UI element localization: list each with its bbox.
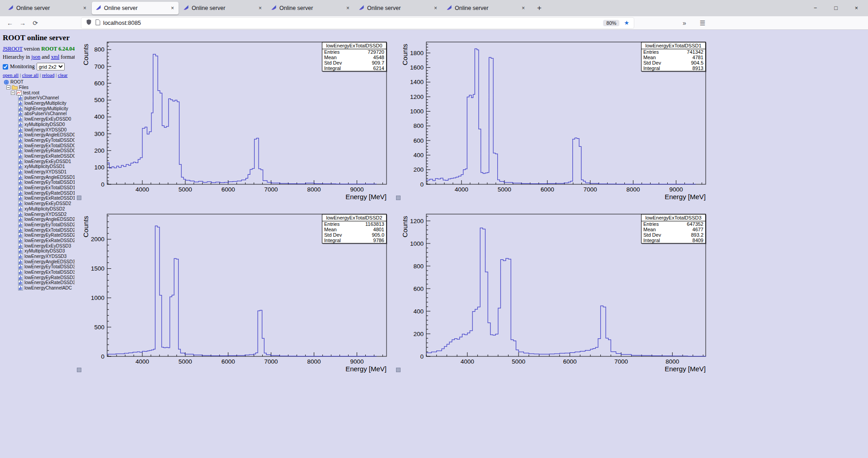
jsroot-link[interactable]: JSROOT: [3, 46, 23, 52]
tree-item[interactable]: highEnergyMultiplicity: [3, 106, 75, 111]
tab-close-icon[interactable]: ×: [170, 5, 175, 11]
tree-item-root[interactable]: ROOT: [3, 79, 75, 85]
tree-label: lowEnergyEyRateDSSD2: [24, 233, 75, 238]
overflow-chevrons-icon[interactable]: »: [678, 19, 691, 27]
tree-item[interactable]: lowEnergyAngleEDSSD0: [3, 132, 75, 138]
monitoring-checkbox[interactable]: [3, 64, 8, 70]
back-icon[interactable]: ←: [4, 19, 16, 27]
stats-box[interactable]: lowEnergyExTotalDSSD0 Entries729720Mean4…: [322, 42, 387, 71]
tab-favicon-icon: [95, 5, 101, 12]
tree-item[interactable]: lowEnergyExTotalDSSD0: [3, 143, 75, 148]
svg-text:800: 800: [94, 46, 104, 53]
tree-item[interactable]: pulserVsChannel: [3, 95, 75, 101]
maximize-icon[interactable]: □: [834, 5, 838, 11]
tree-item[interactable]: lowEnergyEyTotalDSSD2: [3, 222, 75, 228]
url-bar[interactable]: localhost:8085 80% ★: [81, 18, 634, 28]
pad-lowEnergyExTotalDSSD0[interactable]: 4000500060007000800090000100200300400500…: [75, 30, 394, 202]
tab-close-icon[interactable]: ×: [433, 5, 438, 11]
pad-corner-button[interactable]: [396, 196, 401, 200]
browser-tab[interactable]: Online server ×: [443, 2, 529, 14]
browser-tab[interactable]: Online server ×: [179, 2, 266, 14]
tree-item[interactable]: lowEnergyEyTotalDSSD0: [3, 138, 75, 143]
tree-item[interactable]: lowEnergyXYDSSD0: [3, 127, 75, 132]
tree-item[interactable]: lowEnergyMultiplicity: [3, 101, 75, 106]
tree-item[interactable]: xyMultiplicityDSSD1: [3, 164, 75, 169]
tree-item[interactable]: lowEnergyEyRateDSSD1: [3, 190, 75, 196]
bookmark-star-icon[interactable]: ★: [624, 19, 629, 26]
folder-icon: [12, 85, 18, 90]
tree-item[interactable]: xyMultiplicityDSSD0: [3, 122, 75, 127]
page-info-icon[interactable]: [95, 19, 100, 27]
tree-label: lowEnergyEyTotalDSSD3: [24, 264, 75, 269]
tree-item[interactable]: lowEnergyChannelADC: [3, 285, 75, 291]
forward-icon[interactable]: →: [16, 19, 29, 27]
tree-item[interactable]: lowEnergyEyTotalDSSD3: [3, 264, 75, 270]
stats-box[interactable]: lowEnergyExTotalDSSD1 Entries741342Mean4…: [641, 42, 706, 71]
browser-tab[interactable]: Online server ×: [355, 2, 442, 14]
histogram-icon: [18, 191, 23, 196]
stats-box[interactable]: lowEnergyExTotalDSSD3 Entries647352Mean4…: [641, 214, 706, 243]
zoom-level-badge[interactable]: 80%: [603, 20, 619, 26]
tree-item[interactable]: lowEnergyEyRateDSSD0: [3, 148, 75, 154]
hamburger-menu-icon[interactable]: ☰: [696, 19, 709, 27]
tab-close-icon[interactable]: ×: [82, 5, 87, 11]
tree-item[interactable]: lowEnergyExRateDSSD1: [3, 196, 75, 201]
tree-item-file[interactable]: test.root: [3, 90, 75, 95]
tree-item[interactable]: lowEnergyEyRateDSSD2: [3, 233, 75, 238]
tree-item[interactable]: lowEnergyExEyDSSD0: [3, 117, 75, 122]
pad-corner-button[interactable]: [77, 368, 81, 372]
browser-tab[interactable]: Online server ×: [267, 2, 354, 14]
action-reload[interactable]: reload: [42, 72, 54, 78]
new-tab-button[interactable]: +: [533, 2, 545, 14]
tree-item[interactable]: lowEnergyExEyDSSD2: [3, 201, 75, 206]
tree-item[interactable]: lowEnergyExEyDSSD1: [3, 159, 75, 164]
layout-select[interactable]: grid 2x2: [37, 63, 65, 70]
pad-lowEnergyExTotalDSSD1[interactable]: 4000500060007000800090000200400600800100…: [394, 30, 713, 202]
tree-item[interactable]: lowEnergyExTotalDSSD3: [3, 270, 75, 275]
action-open-all[interactable]: open all: [3, 72, 19, 78]
tree-item[interactable]: lowEnergyAngleEDSSD1: [3, 174, 75, 180]
pad-corner-button[interactable]: [396, 368, 401, 372]
pad-lowEnergyExTotalDSSD2[interactable]: 4000500060007000800090000500100015002000…: [75, 202, 394, 374]
tree-item[interactable]: lowEnergyAngleEDSSD2: [3, 217, 75, 222]
svg-text:200: 200: [413, 331, 424, 337]
close-window-icon[interactable]: ×: [855, 5, 858, 11]
tree-item[interactable]: lowEnergyExTotalDSSD2: [3, 227, 75, 233]
stats-box[interactable]: lowEnergyExTotalDSSD2 Entries1163813Mean…: [322, 214, 387, 243]
minimize-icon[interactable]: −: [814, 5, 817, 11]
tree-item[interactable]: absPulserVsChannel: [3, 111, 75, 117]
tree-item[interactable]: xyMultiplicityDSSD3: [3, 248, 75, 254]
tree-item[interactable]: xyMultiplicityDSSD2: [3, 206, 75, 212]
pad-lowEnergyExTotalDSSD3[interactable]: 4000500060007000800002004006008001000120…: [394, 202, 713, 374]
stat-value: 904.5: [691, 60, 703, 65]
tree-item[interactable]: lowEnergyXYDSSD3: [3, 254, 75, 259]
tree-item[interactable]: lowEnergyXYDSSD1: [3, 169, 75, 175]
tree-item[interactable]: lowEnergyExRateDSSD3: [3, 280, 75, 285]
browser-tab[interactable]: Online server ×: [4, 2, 91, 14]
tree-item[interactable]: lowEnergyXYDSSD2: [3, 211, 75, 217]
tree-item-files[interactable]: Files: [3, 85, 75, 90]
reload-icon[interactable]: ⟳: [29, 19, 42, 27]
tree-item[interactable]: lowEnergyEyTotalDSSD1: [3, 180, 75, 185]
json-link[interactable]: json: [31, 54, 40, 60]
tab-close-icon[interactable]: ×: [345, 5, 350, 11]
browser-tab[interactable]: Online server ×: [92, 2, 179, 14]
shield-icon[interactable]: [86, 19, 92, 27]
tree-label: lowEnergyExRateDSSD2: [24, 238, 75, 243]
tree-item[interactable]: lowEnergyEyRateDSSD3: [3, 275, 75, 280]
tree-item[interactable]: lowEnergyExRateDSSD0: [3, 154, 75, 159]
tab-close-icon[interactable]: ×: [521, 5, 526, 11]
action-close-all[interactable]: close all: [22, 72, 38, 78]
tree-item[interactable]: lowEnergyExTotalDSSD1: [3, 185, 75, 191]
tree-item[interactable]: lowEnergyExRateDSSD2: [3, 238, 75, 243]
tree-item[interactable]: lowEnergyExEyDSSD3: [3, 243, 75, 248]
action-clear[interactable]: clear: [58, 72, 67, 78]
stat-row: Std Dev909.7: [322, 60, 386, 65]
tree-item[interactable]: lowEnergyAngleEDSSD3: [3, 259, 75, 264]
tab-close-icon[interactable]: ×: [258, 5, 263, 11]
pad-corner-button[interactable]: [77, 196, 81, 200]
svg-text:500: 500: [94, 324, 104, 331]
xml-link[interactable]: xml: [51, 54, 60, 60]
svg-text:Counts: Counts: [82, 44, 90, 65]
stat-label: Mean: [643, 227, 656, 232]
